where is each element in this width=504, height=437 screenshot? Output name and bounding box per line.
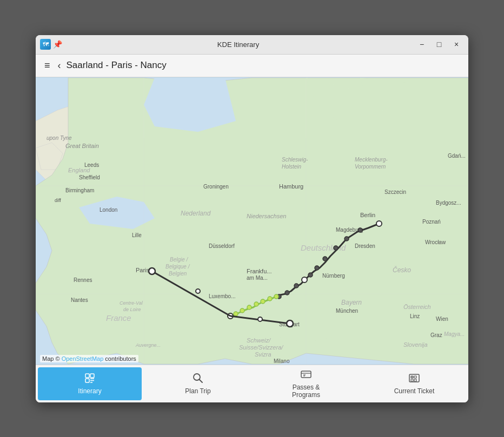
svg-point-85 [287, 320, 293, 327]
svg-point-60 [376, 221, 382, 226]
back-button[interactable]: ‹ [55, 58, 64, 73]
hamburger-button[interactable]: ≡ [40, 58, 55, 73]
svg-point-75 [247, 305, 251, 310]
svg-rect-87 [90, 374, 94, 378]
nav-item-plan-trip[interactable]: Plan Trip [146, 367, 250, 400]
toolbar: ≡ ‹ Saarland - Paris - Nancy [36, 55, 468, 77]
svg-text:France: France [106, 313, 131, 322]
svg-text:Holstein: Holstein [282, 164, 302, 170]
svg-text:Graz: Graz [430, 332, 442, 338]
svg-text:Vorpommern: Vorpommern [355, 164, 386, 170]
svg-text:Groningen: Groningen [203, 184, 229, 190]
svg-rect-102 [414, 379, 416, 381]
itinerary-label: Itinerary [78, 387, 101, 395]
svg-rect-101 [414, 376, 416, 378]
svg-point-104 [412, 376, 413, 377]
svg-point-61 [358, 228, 362, 232]
page-title: Saarland - Paris - Nancy [67, 60, 167, 71]
svg-point-105 [411, 377, 412, 378]
svg-text:Schweiz/: Schweiz/ [247, 337, 271, 344]
svg-point-73 [261, 299, 265, 304]
minimize-button[interactable]: − [414, 38, 429, 51]
plan-trip-icon [192, 372, 204, 386]
nav-item-passes-programs[interactable]: Passes &Programs [254, 367, 358, 400]
svg-text:Centre-Val: Centre-Val [120, 300, 143, 306]
svg-text:Österreich: Österreich [403, 304, 431, 310]
svg-text:diff: diff [55, 198, 61, 203]
svg-rect-100 [411, 379, 413, 381]
svg-text:Luxembo...: Luxembo... [209, 293, 235, 299]
passes-programs-label: Passes &Programs [292, 384, 320, 399]
map-attribution: Map © OpenStreetMap contributors [40, 355, 138, 362]
svg-text:de Loire: de Loire [123, 307, 141, 312]
svg-text:Česko: Česko [393, 266, 411, 274]
svg-text:Poznań: Poznań [422, 219, 441, 225]
svg-text:Gdań...: Gdań... [448, 153, 466, 159]
bottom-nav: Itinerary Plan Trip Passes [36, 365, 468, 402]
svg-rect-94 [301, 371, 311, 378]
openstreetmap-link[interactable]: OpenStreetMap [62, 355, 104, 362]
svg-text:Leeds: Leeds [84, 162, 99, 168]
svg-point-65 [315, 266, 319, 270]
current-ticket-icon [408, 372, 420, 386]
svg-point-84 [258, 317, 262, 321]
itinerary-icon [84, 372, 96, 386]
svg-text:Niedersachsen: Niedersachsen [247, 213, 286, 219]
svg-text:Wrocław: Wrocław [425, 239, 446, 245]
nav-item-itinerary[interactable]: Itinerary [38, 367, 142, 400]
passes-icon [300, 368, 312, 382]
svg-point-69 [285, 291, 289, 295]
maximize-button[interactable]: □ [432, 38, 447, 51]
svg-text:Birmingham: Birmingham [65, 187, 94, 193]
svg-rect-86 [85, 374, 89, 378]
svg-point-82 [149, 268, 155, 274]
svg-point-66 [308, 273, 313, 277]
svg-text:Magya...: Magya... [444, 331, 465, 337]
svg-point-71 [274, 294, 278, 299]
svg-text:Bydgosz...: Bydgosz... [436, 200, 461, 206]
svg-text:Lille: Lille [132, 232, 142, 238]
svg-text:Rennes: Rennes [74, 277, 92, 283]
app-window: 🗺 📌 KDE Itinerary − □ × ≡ ‹ Saarland - P… [36, 35, 468, 402]
svg-text:am Ma...: am Ma... [247, 275, 268, 281]
svg-text:Linz: Linz [410, 313, 420, 319]
svg-point-103 [411, 376, 412, 377]
svg-text:Szczecin: Szczecin [384, 189, 406, 195]
svg-point-72 [268, 297, 272, 301]
svg-point-76 [240, 308, 244, 313]
app-icon: 🗺 [40, 39, 51, 50]
svg-text:Belgie /: Belgie / [170, 257, 189, 263]
window-controls: − □ × [414, 38, 464, 51]
svg-text:Düsseldorf: Düsseldorf [209, 243, 235, 249]
svg-rect-88 [85, 379, 89, 382]
svg-text:upon Tyne: upon Tyne [47, 135, 72, 141]
svg-text:Nantes: Nantes [71, 297, 88, 303]
svg-text:Bayern: Bayern [341, 299, 362, 306]
plan-trip-label: Plan Trip [185, 387, 210, 395]
svg-text:Svizra: Svizra [255, 351, 271, 358]
svg-text:Paris: Paris [136, 267, 150, 273]
close-button[interactable]: × [449, 38, 464, 51]
svg-text:Sheffield: Sheffield [79, 174, 100, 180]
svg-point-63 [334, 246, 338, 250]
pin-icon[interactable]: 📌 [53, 40, 62, 49]
svg-text:Belgien: Belgien [169, 271, 187, 277]
svg-text:Nürnberg: Nürnberg [322, 273, 345, 279]
svg-text:Nederland: Nederland [181, 210, 211, 217]
svg-text:Hamburg: Hamburg [279, 183, 303, 190]
nav-item-current-ticket[interactable]: Current Ticket [362, 367, 466, 400]
svg-point-106 [412, 377, 413, 378]
svg-point-64 [323, 257, 327, 261]
svg-text:Great Britain: Great Britain [65, 143, 99, 149]
svg-text:München: München [336, 308, 358, 314]
svg-text:Slovenija: Slovenija [403, 341, 428, 348]
svg-point-68 [294, 284, 299, 288]
svg-text:Frankfu...: Frankfu... [247, 268, 271, 274]
svg-text:Milano: Milano [274, 358, 290, 364]
svg-text:Mecklenburg-: Mecklenburg- [355, 157, 388, 163]
svg-text:Belgique /: Belgique / [165, 264, 190, 270]
map-container[interactable]: Great Britain upon Tyne England Leeds Sh… [36, 77, 468, 365]
svg-text:Schleswig-: Schleswig- [282, 157, 308, 163]
window-title: KDE Itinerary [62, 41, 414, 49]
title-bar: 🗺 📌 KDE Itinerary − □ × [36, 35, 468, 55]
